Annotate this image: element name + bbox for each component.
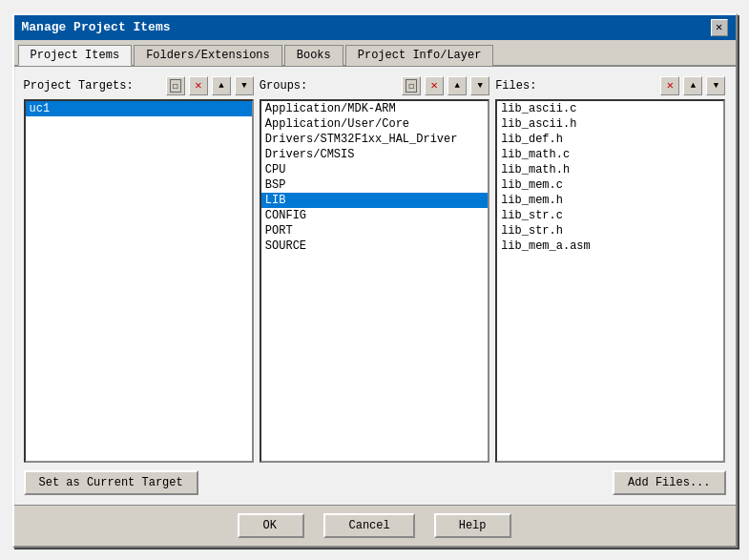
delete-file-icon: ✕ (667, 78, 674, 93)
down-target-icon (241, 80, 246, 91)
new-group-icon: ☐ (406, 79, 417, 93)
bottom-row: Set as Current Target Add Files... (24, 470, 726, 495)
manage-project-items-dialog: Manage Project Items ✕ Project Items Fol… (12, 13, 738, 548)
close-button[interactable]: ✕ (711, 19, 728, 36)
list-item[interactable]: lib_ascii.c (497, 101, 723, 116)
delete-group-icon: ✕ (431, 78, 438, 93)
add-files-button[interactable]: Add Files... (613, 470, 725, 495)
groups-new-button[interactable]: ☐ (402, 76, 421, 95)
columns-container: Project Targets: ☐ ✕ uc1 (24, 76, 726, 463)
targets-header: Project Targets: ☐ ✕ (24, 76, 254, 95)
tab-bar: Project Items Folders/Extensions Books P… (14, 40, 736, 67)
title-bar: Manage Project Items ✕ (14, 15, 736, 40)
list-item[interactable]: Drivers/STM32F1xx_HAL_Driver (261, 132, 488, 147)
down-file-icon (714, 80, 718, 91)
new-target-icon: ☐ (170, 79, 181, 93)
list-item[interactable]: lib_mem.h (497, 193, 723, 208)
list-item[interactable]: lib_def.h (497, 132, 723, 147)
cancel-button[interactable]: Cancel (323, 513, 414, 538)
list-item[interactable]: BSP (261, 177, 488, 193)
groups-header: Groups: ☐ ✕ (260, 76, 489, 95)
groups-label: Groups: (260, 79, 398, 93)
targets-up-button[interactable] (212, 76, 231, 95)
groups-down-button[interactable] (470, 76, 489, 95)
up-target-icon (218, 80, 223, 91)
list-item[interactable]: lib_ascii.h (497, 116, 723, 132)
help-button[interactable]: Help (434, 513, 511, 538)
tab-project-info-layer[interactable]: Project Info/Layer (345, 45, 494, 66)
down-group-icon (477, 80, 482, 91)
targets-listbox[interactable]: uc1 (24, 99, 254, 463)
tab-content: Project Targets: ☐ ✕ uc1 (14, 67, 736, 505)
tab-books[interactable]: Books (284, 45, 343, 66)
dialog-footer: OK Cancel Help (14, 505, 736, 546)
groups-up-button[interactable] (447, 76, 467, 95)
files-delete-button[interactable]: ✕ (660, 76, 679, 95)
tab-project-items[interactable]: Project Items (18, 45, 133, 66)
list-item[interactable]: uc1 (26, 101, 252, 116)
list-item[interactable]: PORT (261, 223, 488, 239)
list-item[interactable]: CONFIG (261, 208, 488, 223)
list-item[interactable]: SOURCE (261, 239, 488, 254)
list-item[interactable]: lib_str.h (497, 223, 723, 239)
list-item[interactable]: lib_math.c (497, 147, 723, 162)
list-item[interactable]: Application/MDK-ARM (261, 101, 488, 116)
groups-delete-button[interactable]: ✕ (425, 76, 444, 95)
targets-new-button[interactable]: ☐ (166, 76, 185, 95)
targets-label: Project Targets: (24, 79, 162, 93)
targets-down-button[interactable] (235, 76, 254, 95)
delete-target-icon: ✕ (195, 78, 201, 93)
list-item[interactable]: lib_math.h (497, 162, 723, 177)
targets-delete-button[interactable]: ✕ (189, 76, 208, 95)
groups-listbox[interactable]: Application/MDK-ARMApplication/User/Core… (260, 99, 489, 463)
set-target-button[interactable]: Set as Current Target (24, 470, 198, 495)
files-column: Files: ✕ lib_ascii.clib_ascii.hlib_def.h… (495, 76, 725, 463)
list-item[interactable]: lib_mem_a.asm (497, 239, 723, 254)
list-item[interactable]: LIB (261, 193, 488, 208)
tab-folders-extensions[interactable]: Folders/Extensions (134, 45, 282, 66)
targets-column: Project Targets: ☐ ✕ uc1 (24, 76, 254, 463)
list-item[interactable]: CPU (261, 162, 488, 177)
files-label: Files: (495, 79, 656, 93)
files-up-button[interactable] (683, 76, 702, 95)
files-header: Files: ✕ (495, 76, 725, 95)
files-listbox[interactable]: lib_ascii.clib_ascii.hlib_def.hlib_math.… (495, 99, 725, 463)
files-down-button[interactable] (706, 76, 725, 95)
up-file-icon (691, 80, 696, 91)
list-item[interactable]: lib_mem.c (497, 177, 723, 193)
list-item[interactable]: lib_str.c (497, 208, 723, 223)
list-item[interactable]: Drivers/CMSIS (261, 147, 488, 162)
groups-column: Groups: ☐ ✕ Application/MDK-ARMApplicati… (260, 76, 489, 463)
list-item[interactable]: Application/User/Core (261, 116, 488, 132)
up-group-icon (454, 80, 459, 91)
dialog-title: Manage Project Items (22, 20, 171, 34)
ok-button[interactable]: OK (238, 513, 304, 538)
